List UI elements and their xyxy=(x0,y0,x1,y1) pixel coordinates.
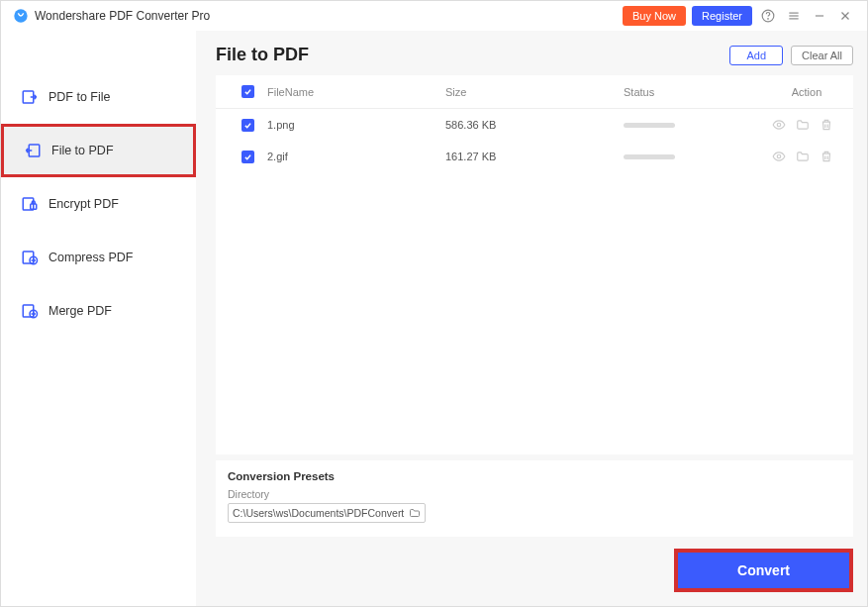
table-header: FileName Size Status Action xyxy=(216,75,853,109)
folder-icon[interactable] xyxy=(796,150,810,163)
file-table: FileName Size Status Action 1.png 586.36… xyxy=(216,75,853,455)
sidebar-item-label: Encrypt PDF xyxy=(48,197,119,211)
header-size: Size xyxy=(445,86,624,98)
svg-point-20 xyxy=(777,154,781,158)
browse-folder-icon[interactable] xyxy=(409,507,421,519)
folder-icon[interactable] xyxy=(796,118,810,132)
sidebar-item-label: File to PDF xyxy=(51,144,114,157)
add-button[interactable]: Add xyxy=(729,46,783,65)
file-to-pdf-icon xyxy=(24,142,42,159)
clear-all-button[interactable]: Clear All xyxy=(791,46,853,65)
file-name: 1.png xyxy=(267,119,445,131)
conversion-presets: Conversion Presets Directory C:\Users\ws… xyxy=(216,460,853,537)
main-panel: File to PDF Add Clear All FileName Size … xyxy=(196,31,867,606)
app-title: Wondershare PDF Converter Pro xyxy=(35,9,623,23)
sidebar: PDF to File File to PDF Encrypt PDF Comp… xyxy=(1,31,196,606)
sidebar-item-label: Merge PDF xyxy=(48,304,112,318)
row-checkbox[interactable] xyxy=(241,119,254,132)
app-logo-icon xyxy=(13,8,29,24)
sidebar-item-compress-pdf[interactable]: Compress PDF xyxy=(1,231,196,284)
help-icon[interactable] xyxy=(758,6,778,26)
sidebar-item-encrypt-pdf[interactable]: Encrypt PDF xyxy=(1,177,196,231)
sidebar-item-file-to-pdf[interactable]: File to PDF xyxy=(1,124,196,177)
header-filename: FileName xyxy=(267,86,445,98)
sidebar-item-label: Compress PDF xyxy=(48,251,133,264)
sidebar-item-pdf-to-file[interactable]: PDF to File xyxy=(1,70,196,124)
compress-pdf-icon xyxy=(21,249,39,266)
file-size: 586.36 KB xyxy=(445,119,624,131)
encrypt-pdf-icon xyxy=(21,195,39,213)
convert-button[interactable]: Convert xyxy=(674,549,853,592)
preview-icon[interactable] xyxy=(772,150,786,163)
directory-input[interactable]: C:\Users\ws\Documents\PDFConvert xyxy=(228,503,426,523)
titlebar: Wondershare PDF Converter Pro Buy Now Re… xyxy=(1,1,867,31)
file-size: 161.27 KB xyxy=(445,151,624,162)
svg-point-19 xyxy=(777,123,781,127)
page-title: File to PDF xyxy=(216,45,729,65)
header-status: Status xyxy=(624,86,772,98)
pdf-to-file-icon xyxy=(21,88,39,106)
register-button[interactable]: Register xyxy=(692,6,752,26)
close-icon[interactable] xyxy=(835,6,855,26)
sidebar-item-label: PDF to File xyxy=(48,90,111,104)
progress-bar xyxy=(624,123,675,128)
select-all-checkbox[interactable] xyxy=(241,85,254,98)
presets-title: Conversion Presets xyxy=(228,470,841,482)
sidebar-item-merge-pdf[interactable]: Merge PDF xyxy=(1,284,196,338)
buy-now-button[interactable]: Buy Now xyxy=(623,6,686,26)
preview-icon[interactable] xyxy=(772,118,786,132)
table-row: 1.png 586.36 KB xyxy=(216,109,853,141)
svg-point-2 xyxy=(768,19,769,20)
delete-icon[interactable] xyxy=(820,150,833,163)
progress-bar xyxy=(624,154,675,159)
file-name: 2.gif xyxy=(267,151,445,162)
directory-label: Directory xyxy=(228,488,841,500)
delete-icon[interactable] xyxy=(820,118,833,132)
minimize-icon[interactable] xyxy=(810,6,829,26)
merge-pdf-icon xyxy=(21,302,39,320)
header-action: Action xyxy=(772,86,841,98)
directory-value: C:\Users\ws\Documents\PDFConvert xyxy=(233,507,409,519)
menu-icon[interactable] xyxy=(784,6,804,26)
row-checkbox[interactable] xyxy=(241,151,254,163)
table-row: 2.gif 161.27 KB xyxy=(216,141,853,172)
